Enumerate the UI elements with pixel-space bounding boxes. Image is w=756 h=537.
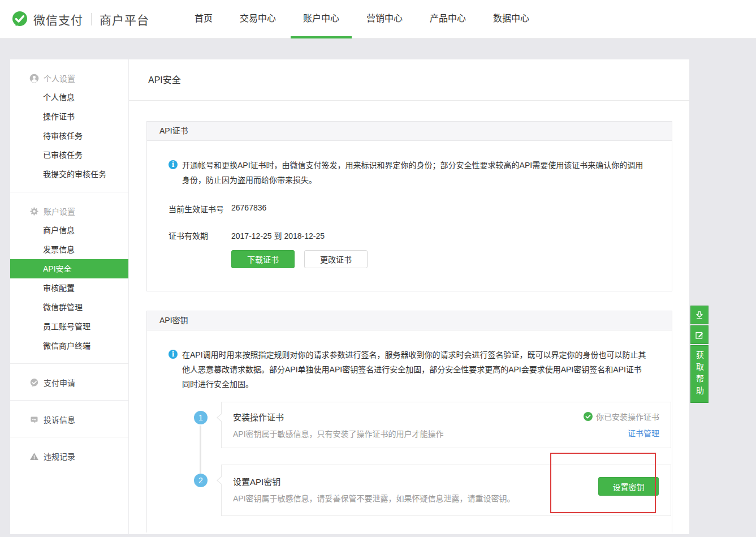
top-header: 微信支付 商户平台 首页 交易中心 账户中心 营销中心 产品中心 数据中心 [0,0,756,38]
api-cert-panel-title: API证书 [147,122,672,141]
cert-number-value: 26767836 [231,203,266,214]
step-2-badge: 2 [194,474,208,487]
sidebar-item-label: 投诉信息 [44,414,75,425]
step-set-api-key-card: 2 设置API密钥 API密钥属于敏感信息，请妥善保管不要泄露，如果怀疑信息泄露… [221,465,671,516]
api-key-steps: 1 安装操作证书 API密钥属于敏感信息，只有安装了操作证书的用户才能操作 你已… [169,402,649,516]
nav-tab-transaction-center[interactable]: 交易中心 [240,0,276,38]
sidebar-item-wechat-merchant-terminal[interactable]: 微信商户终端 [10,336,128,355]
api-key-info-text: 在API调用时用来按照指定规则对你的请求参数进行签名，服务器收到你的请求时会进行… [182,347,649,392]
cert-validity-label: 证书有效期 [169,230,231,241]
nav-tab-account-center[interactable]: 账户中心 [303,0,339,38]
sidebar-item-wechat-group-mgmt[interactable]: 微信群管理 [10,298,128,317]
step-1-status-text: 你已安装操作证书 [596,411,659,422]
sidebar-item-staff-account-mgmt[interactable]: 员工账号管理 [10,317,128,336]
sidebar-item-operation-cert[interactable]: 操作证书 [10,107,128,126]
floating-help-widget: 获取帮助 [690,306,709,404]
check-circle-icon [584,412,593,421]
sidebar-item-payment-application[interactable]: 支付申请 [10,373,128,392]
info-icon: i [169,160,178,169]
api-key-panel-title: API密钥 [147,311,672,330]
comment-icon [29,415,39,424]
wechat-bubble-icon [29,378,39,388]
step-1-status: 你已安装操作证书 [584,411,659,422]
sidebar-section-account-settings: 账户设置 商户信息 发票信息 API安全 审核配置 微信群管理 员工账号管理 微… [10,192,128,364]
sidebar-section-complaint-info: 投诉信息 [10,401,128,437]
sidebar-item-my-submitted-review-tasks[interactable]: 我提交的审核任务 [10,165,128,184]
edit-icon [694,330,705,340]
download-icon [694,310,705,320]
sidebar-section-violation-record: 违规记录 [10,437,128,474]
nav-tab-data-center[interactable]: 数据中心 [493,0,529,38]
main-content: API安全 API证书 i 开通帐号和更换API证书时，由微信支付签发，用来标识… [129,59,689,534]
set-api-key-button[interactable]: 设置密钥 [598,477,659,496]
api-cert-info-text: 开通帐号和更换API证书时，由微信支付签发，用来标识和界定你的身份；部分安全性要… [182,158,649,187]
sidebar-section-personal-settings: 个人设置 个人信息 操作证书 待审核任务 已审核任务 我提交的审核任务 [10,59,128,192]
nav-tab-marketing-center[interactable]: 营销中心 [366,0,403,38]
step-1-description: API密钥属于敏感信息，只有安装了操作证书的用户才能操作 [233,428,659,439]
sidebar: 个人设置 个人信息 操作证书 待审核任务 已审核任务 我提交的审核任务 账户设置… [10,59,129,534]
nav-tab-home[interactable]: 首页 [195,0,213,38]
sidebar-item-violation-record[interactable]: 违规记录 [10,446,128,466]
sidebar-item-invoice-info[interactable]: 发票信息 [10,240,128,259]
brand-logo: 微信支付 商户平台 [11,0,149,38]
warning-icon [29,452,39,461]
sidebar-item-complaint-info[interactable]: 投诉信息 [10,410,128,429]
step-1-badge: 1 [194,411,208,424]
api-cert-info-row: i 开通帐号和更换API证书时，由微信支付签发，用来标识和界定你的身份；部分安全… [169,158,649,187]
api-key-panel-body: i 在API调用时用来按照指定规则对你的请求参数进行签名，服务器收到你的请求时会… [147,330,672,534]
logo-divider [91,13,92,25]
sidebar-item-personal-info[interactable]: 个人信息 [10,88,128,107]
cert-number-field: 当前生效证书号 26767836 [169,203,649,214]
cert-buttons-row: 下载证书 更改证书 [169,250,649,268]
sidebar-item-pending-review-tasks[interactable]: 待审核任务 [10,126,128,145]
change-cert-button[interactable]: 更改证书 [304,250,368,268]
cert-management-link[interactable]: 证书管理 [628,427,659,439]
api-cert-panel: API证书 i 开通帐号和更换API证书时，由微信支付签发，用来标识和界定你的身… [146,121,672,291]
sidebar-item-review-config[interactable]: 审核配置 [10,278,128,298]
wechat-pay-logo-icon [11,11,28,28]
cert-number-label: 当前生效证书号 [169,203,231,214]
sidebar-item-merchant-info[interactable]: 商户信息 [10,221,128,240]
get-help-button[interactable]: 获取帮助 [690,345,709,403]
step-2-description: API密钥属于敏感信息，请妥善保管不要泄露，如果怀疑信息泄露，请重设密钥。 [233,492,659,504]
step-2-title: 设置API密钥 [233,475,659,487]
sidebar-header-personal-settings: 个人设置 [10,68,128,88]
sidebar-header-label: 个人设置 [44,72,75,84]
step-connector-line [200,426,201,477]
product-name: 商户平台 [100,11,149,28]
download-cert-button[interactable]: 下载证书 [231,250,295,268]
download-help-button[interactable] [690,306,709,324]
cert-validity-field: 证书有效期 2017-12-25 到 2018-12-25 [169,230,649,241]
sidebar-header-label: 账户设置 [44,205,75,217]
page-title: API安全 [129,59,689,101]
sidebar-item-label: 违规记录 [44,450,75,462]
step-install-cert-card: 1 安装操作证书 API密钥属于敏感信息，只有安装了操作证书的用户才能操作 你已… [221,402,671,448]
sidebar-item-label: 支付申请 [44,377,75,388]
main-nav: 首页 交易中心 账户中心 营销中心 产品中心 数据中心 [195,0,529,38]
feedback-button[interactable] [690,325,709,344]
sidebar-item-reviewed-tasks[interactable]: 已审核任务 [10,145,128,165]
sidebar-item-api-security[interactable]: API安全 [10,259,128,278]
info-icon: i [169,350,178,359]
api-cert-panel-body: i 开通帐号和更换API证书时，由微信支付签发，用来标识和界定你的身份；部分安全… [147,141,672,291]
gear-icon [29,207,39,216]
brand-name: 微信支付 [33,11,83,28]
cert-validity-value: 2017-12-25 到 2018-12-25 [231,230,325,241]
sidebar-section-payment-application: 支付申请 [10,364,128,401]
nav-tab-product-center[interactable]: 产品中心 [430,0,466,38]
api-key-info-row: i 在API调用时用来按照指定规则对你的请求参数进行签名，服务器收到你的请求时会… [169,347,649,392]
api-key-panel: API密钥 i 在API调用时用来按照指定规则对你的请求参数进行签名，服务器收到… [146,311,672,532]
user-icon [29,74,39,83]
sidebar-header-account-settings: 账户设置 [10,201,128,221]
